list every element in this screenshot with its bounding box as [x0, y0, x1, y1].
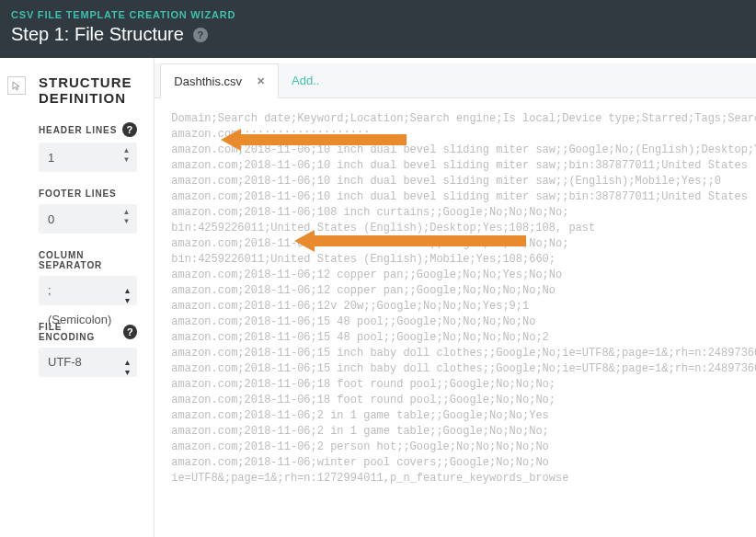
preview-line: Domain;Search date;Keyword;Location;Sear…	[171, 111, 756, 127]
preview-line: amazon.com;2018-11-06;18 foot round pool…	[171, 393, 756, 408]
cursor-icon[interactable]	[7, 76, 26, 95]
preview-line: amazon.com;2018-11-06;15 48 pool;;Google…	[171, 330, 756, 346]
preview-line: amazon.com;2018-11-06;10 inch dual bevel…	[171, 189, 756, 205]
preview-line: amazon.com;2018-11-06;winter pool covers…	[171, 455, 756, 471]
section-heading: STRUCTURE DEFINITION	[39, 74, 137, 106]
preview-line: amazon.com;2018-11-06;12 copper pan;;Goo…	[171, 283, 756, 299]
main: STRUCTURE DEFINITION HEADER LINES ? ▲▼ F…	[0, 58, 756, 537]
sidebar-content: STRUCTURE DEFINITION HEADER LINES ? ▲▼ F…	[39, 74, 137, 521]
header-lines-label: HEADER LINES ?	[39, 122, 137, 137]
file-encoding-select-wrap: UTF-8 ▴▾	[39, 348, 137, 377]
header-lines-input[interactable]	[39, 143, 137, 172]
preview-line: amazon.com;2018-11-06;108 inch curtains;…	[171, 205, 756, 221]
content: Dashthis.csv ✕ Add.. Domain;Search date;…	[154, 58, 756, 537]
preview-line: bin:4259226011;United States (English);D…	[171, 221, 756, 236]
preview-line: ie=UTF8&;page=1&;rh=n:1272994011,p_n_fea…	[171, 471, 756, 486]
preview-line: amazon.com;2018-11-06;15 48 pool;;Google…	[171, 314, 756, 330]
preview-line: amazon.com;2018-11-06;108 inch curtains;…	[171, 236, 756, 252]
preview-line: amazon.com;2018-11-06;2 in 1 game table;…	[171, 408, 756, 424]
help-icon[interactable]: ?	[193, 28, 208, 42]
preview-line: amazon.com;2018-11-06;2 in 1 game table;…	[171, 424, 756, 440]
footer-lines-label: FOOTER LINES	[39, 189, 137, 199]
footer-lines-input-wrap: ▲▼	[39, 204, 137, 234]
wizard-title: CSV FILE TEMPLATE CREATION WIZARD	[11, 9, 745, 20]
step-title-row: Step 1: File Structure ?	[11, 24, 745, 45]
tab-add[interactable]: Add..	[279, 63, 332, 97]
footer-lines-input[interactable]	[39, 204, 137, 234]
close-icon[interactable]: ✕	[257, 75, 265, 87]
step-title: Step 1: File Structure	[11, 24, 184, 45]
tabs: Dashthis.csv ✕ Add..	[155, 63, 756, 98]
preview-line: amazon.com;2018-11-06;10 inch dual bevel…	[171, 143, 756, 158]
preview-line: amazon.com;2018-11-06;10 inch dual bevel…	[171, 174, 756, 189]
help-icon[interactable]: ?	[123, 325, 137, 339]
tab-file[interactable]: Dashthis.csv ✕	[160, 63, 279, 98]
preview-line: amazon.com;2018-11-06;15 inch baby doll …	[171, 361, 756, 377]
sidebar: STRUCTURE DEFINITION HEADER LINES ? ▲▼ F…	[0, 58, 154, 537]
column-separator-select-wrap: ; (Semicolon) ▴▾	[39, 276, 137, 305]
tab-label: Dashthis.csv	[174, 74, 242, 88]
preview-line: amazon.com;2018-11-06;18 foot round pool…	[171, 377, 756, 393]
preview-line: amazon.com;2018-11-06;12v 20w;;Google;No…	[171, 299, 756, 314]
sidebar-icon-col	[7, 74, 28, 521]
preview-line: amazon.com;2018-11-06;12 copper pan;;Goo…	[171, 268, 756, 283]
file-preview: Domain;Search date;Keyword;Location;Sear…	[155, 98, 756, 537]
preview-line: amazon.com;2018-11-06;10 inch dual bevel…	[171, 158, 756, 174]
column-separator-label: COLUMN SEPARATOR	[39, 250, 137, 270]
preview-line: amazon.com;;;;;;;;;;;;;;;;;;;;	[171, 127, 756, 143]
preview-line: bin:4259226011;United States (English);M…	[171, 252, 756, 268]
column-separator-select[interactable]: ; (Semicolon)	[39, 276, 137, 305]
help-icon[interactable]: ?	[122, 122, 137, 137]
preview-line: amazon.com;2018-11-06;15 inch baby doll …	[171, 346, 756, 361]
wizard-header: CSV FILE TEMPLATE CREATION WIZARD Step 1…	[0, 0, 756, 58]
header-lines-input-wrap: ▲▼	[39, 143, 137, 172]
file-encoding-select[interactable]: UTF-8	[39, 348, 137, 377]
preview-line: amazon.com;2018-11-06;2 person hot;;Goog…	[171, 440, 756, 455]
tab-add-label: Add..	[292, 74, 319, 87]
